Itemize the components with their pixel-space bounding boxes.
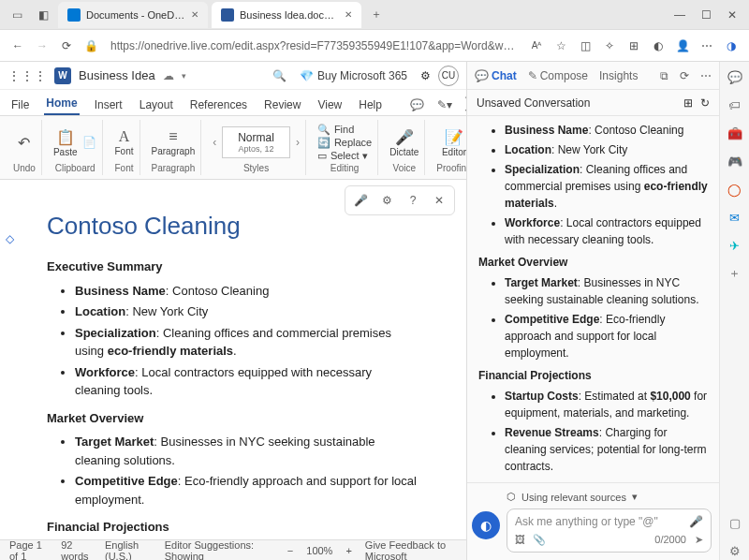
- copilot-tab-compose[interactable]: ✎ Compose: [528, 69, 588, 82]
- editor-status[interactable]: Editor Suggestions: Showing: [165, 539, 261, 561]
- prompt-box[interactable]: ◐ Ask me anything or type "@" 🎤 🖼📎 0/200…: [507, 508, 712, 553]
- buy-m365-button[interactable]: 💎Buy Microsoft 365: [294, 67, 413, 84]
- font-button[interactable]: AFont: [114, 128, 133, 156]
- dropdown-icon[interactable]: ▾: [182, 71, 186, 81]
- collections-icon[interactable]: ✧: [597, 34, 622, 58]
- refresh-icon[interactable]: ⟳: [680, 69, 689, 82]
- comments-icon[interactable]: 💬: [410, 95, 424, 115]
- minimize-button[interactable]: —: [668, 4, 691, 26]
- m365-icon[interactable]: ◯: [726, 180, 744, 199]
- style-prev-icon[interactable]: ‹: [213, 136, 216, 149]
- settings-icon[interactable]: ⚙: [420, 69, 431, 82]
- paragraph-button[interactable]: ≡Paragraph: [152, 128, 196, 156]
- shopping-icon[interactable]: 🏷: [726, 96, 744, 114]
- close-icon[interactable]: ✕: [191, 9, 198, 20]
- profile-icon[interactable]: 👤: [670, 34, 695, 58]
- document-title[interactable]: Business Idea: [79, 68, 155, 82]
- paste-button[interactable]: 📋Paste: [53, 128, 78, 157]
- forward-button[interactable]: →: [30, 34, 54, 58]
- doc-section: Market Overview: [47, 409, 419, 428]
- tab-review[interactable]: Review: [262, 95, 302, 115]
- style-normal[interactable]: NormalAptos, 12: [222, 126, 290, 158]
- tab-insert[interactable]: Insert: [93, 95, 125, 115]
- hide-sidebar-icon[interactable]: ▢: [726, 513, 744, 532]
- dictate-button[interactable]: 🎤Dictate: [389, 128, 419, 157]
- history-icon[interactable]: ↻: [700, 96, 710, 110]
- replace-button[interactable]: 🔄 Replace: [317, 137, 372, 149]
- tab-file[interactable]: File: [9, 95, 31, 115]
- tab-home[interactable]: Home: [44, 93, 79, 115]
- copilot-sidebar-toggle[interactable]: ◑: [719, 34, 743, 58]
- workspace-icon[interactable]: ◧: [32, 4, 54, 26]
- sidebar-settings-icon[interactable]: ⚙: [726, 541, 744, 560]
- document-canvas[interactable]: 🎤 ⚙ ? ✕ ◇ Contoso Cleaning Executive Sum…: [0, 180, 466, 539]
- plugins-icon[interactable]: ⊞: [683, 96, 693, 110]
- maximize-button[interactable]: ☐: [695, 4, 717, 26]
- clipboard-more-icon[interactable]: 📄: [82, 136, 96, 149]
- cloud-save-icon[interactable]: ☁: [163, 69, 174, 82]
- gear-icon[interactable]: ⚙: [375, 190, 398, 211]
- browser-tab-onedrive[interactable]: Documents - OneDrive ✕: [58, 2, 208, 28]
- add-image-icon[interactable]: 🖼: [515, 534, 525, 546]
- split-icon[interactable]: ◫: [573, 34, 597, 58]
- tools-icon[interactable]: 🧰: [726, 124, 744, 142]
- tab-layout[interactable]: Layout: [138, 95, 175, 115]
- mic-input-icon[interactable]: 🎤: [689, 515, 703, 528]
- feedback-link[interactable]: Give Feedback to Microsoft: [365, 539, 457, 561]
- read-aloud-icon[interactable]: Aᴬ: [524, 34, 549, 58]
- page-count[interactable]: Page 1 of 1: [9, 539, 48, 561]
- word-count[interactable]: 92 words: [61, 539, 92, 561]
- language[interactable]: English (U.S.): [105, 539, 152, 561]
- app-launcher-icon[interactable]: ⋮⋮⋮: [7, 68, 47, 83]
- mic-icon[interactable]: 🎤: [349, 190, 372, 211]
- browser-tab-word[interactable]: Business Idea.docx - Microsoft W... ✕: [212, 2, 361, 28]
- games-icon[interactable]: 🎮: [726, 152, 744, 170]
- refresh-button[interactable]: ⟳: [54, 34, 79, 58]
- new-tab-button[interactable]: ＋: [365, 4, 388, 26]
- site-info-icon[interactable]: 🔒: [79, 34, 103, 58]
- copilot-tab-chat[interactable]: 💬 Chat: [475, 69, 517, 82]
- drop-icon[interactable]: ✈: [726, 236, 744, 255]
- close-tools-icon[interactable]: ✕: [428, 190, 450, 211]
- close-icon[interactable]: ✕: [345, 9, 352, 20]
- list-item: Revenue Streams: Charging for cleaning s…: [505, 424, 708, 475]
- conversation-header: Unsaved Conversation ⊞↻: [467, 90, 719, 116]
- tab-view[interactable]: View: [316, 95, 344, 115]
- open-new-icon[interactable]: ⧉: [660, 69, 668, 82]
- more-icon[interactable]: ⋯: [700, 69, 712, 82]
- url-field[interactable]: https://onedrive.live.com/edit.aspx?resi…: [103, 39, 524, 52]
- help-icon[interactable]: ?: [402, 190, 424, 211]
- editor-button[interactable]: 📝Editor: [442, 128, 466, 157]
- tab-references[interactable]: References: [188, 95, 249, 115]
- add-sidebar-icon[interactable]: ＋: [726, 264, 744, 283]
- bing-chat-icon[interactable]: 💬: [726, 67, 744, 86]
- more-icon[interactable]: ⋯: [695, 34, 719, 58]
- copilot-avatar-icon: ◐: [472, 511, 500, 539]
- zoom-out-button[interactable]: −: [287, 545, 293, 556]
- extension2-icon[interactable]: ◐: [646, 34, 670, 58]
- send-button[interactable]: ➤: [695, 534, 703, 545]
- search-icon[interactable]: 🔍: [272, 69, 286, 82]
- tab-label: Business Idea.docx - Microsoft W...: [240, 9, 339, 21]
- back-button[interactable]: ←: [6, 34, 30, 58]
- style-next-icon[interactable]: ›: [296, 136, 300, 149]
- favorite-icon[interactable]: ☆: [549, 34, 573, 58]
- tab-help[interactable]: Help: [357, 95, 384, 115]
- list-item: Business Name: Contoso Cleaning: [505, 122, 708, 139]
- find-button[interactable]: 🔍 Find: [317, 124, 372, 136]
- outlook-icon[interactable]: ✉: [726, 208, 744, 227]
- list-item: Business Name: Contoso Cleaning: [75, 282, 419, 301]
- tabs-overview-icon[interactable]: ▭: [6, 4, 28, 26]
- zoom-level[interactable]: 100%: [306, 545, 332, 556]
- catchup-icon[interactable]: ✎▾: [437, 95, 452, 115]
- undo-button[interactable]: ↶: [18, 134, 30, 152]
- attach-icon[interactable]: 📎: [533, 534, 546, 546]
- copilot-tab-insights[interactable]: Insights: [599, 69, 638, 82]
- zoom-in-button[interactable]: +: [345, 545, 351, 556]
- close-window-button[interactable]: ✕: [721, 4, 743, 26]
- sources-selector[interactable]: ⬡ Using relevant sources ▾: [475, 491, 712, 503]
- browser-titlebar: ▭ ◧ Documents - OneDrive ✕ Business Idea…: [0, 0, 749, 30]
- select-button[interactable]: ▭ Select ▾: [317, 150, 372, 162]
- extensions-icon[interactable]: ⊞: [622, 34, 646, 58]
- user-avatar[interactable]: CU: [438, 66, 459, 86]
